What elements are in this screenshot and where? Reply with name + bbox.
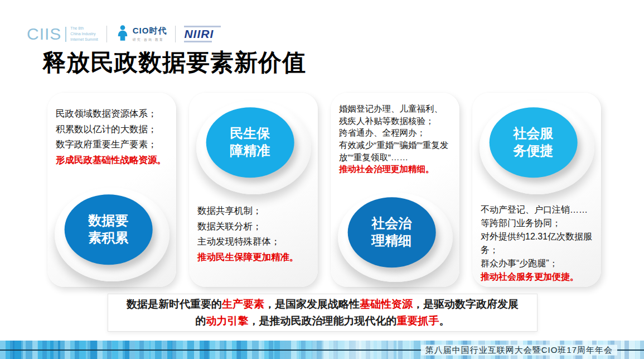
logo-separator — [106, 26, 107, 42]
bubble-label: 数据要 素积累 — [64, 194, 152, 265]
card-line-highlight: 形成民政基础性战略资源。 — [56, 152, 168, 168]
bubble-label: 社会治 理精细 — [347, 197, 435, 267]
card-line-highlight: 推动民生保障更加精准。 — [197, 250, 309, 265]
bubble-label: 社会服 务便捷 — [489, 107, 577, 178]
summary-text: 数据是新时代重要的生产要素，是国家发展战略性基础性资源，是驱动数字政府发展的动力… — [122, 296, 524, 330]
ciis-logo-tagline: The 8th China Industry Internet Summit — [70, 26, 98, 42]
bubble-area: 社会治 理精细 — [331, 190, 459, 285]
card-line: 不动产登记、户口注销……等跨部门业务协同； — [481, 203, 593, 230]
footer-conference-title: 第八届中国行业互联网大会暨CIO班17周年年会 — [421, 344, 617, 355]
ciis-logo: CIIS The 8th China Industry Internet Sum… — [27, 25, 98, 44]
niiri-logo-text: NIIRI — [184, 28, 214, 40]
card-line: 跨省通办、全程网办； — [339, 127, 451, 139]
bubble-label: 民生保 障精准 — [206, 107, 294, 178]
cio-era-logo: CIO时代 研究·咨询·教育 — [115, 25, 167, 44]
card-data-element-accumulation: 民政领域数据资源体系； 积累数以亿计的大数据； 数字政府重要生产要素； 形成民政… — [47, 93, 176, 287]
page-title: 释放民政数据要素新价值 — [42, 47, 306, 78]
ciis-logo-divider — [65, 27, 66, 42]
logo-separator — [175, 26, 176, 42]
card-text-block: 不动产登记、户口注销……等跨部门业务协同； 对外提供约12.31亿次数据服务； … — [472, 198, 601, 284]
card-livelihood-precision: 民生保 障精准 数据共享机制； 数据关联分析； 主动发现特殊群体； 推动民生保障… — [189, 93, 318, 287]
card-line-highlight: 推动社会治理更加精细。 — [339, 163, 451, 175]
bubble-area: 数据要 素积累 — [47, 184, 176, 285]
cio-era-logo-tagline: 研究·咨询·教育 — [133, 37, 167, 42]
header-logos: CIIS The 8th China Industry Internet Sum… — [27, 25, 221, 44]
card-line: 民政领域数据资源体系； — [56, 106, 168, 122]
card-text-block: 婚姻登记办理、儿童福利、残疾人补贴等数据核验； 跨省通办、全程网办； 有效减少“… — [331, 93, 459, 175]
card-social-governance: 婚姻登记办理、儿童福利、残疾人补贴等数据核验； 跨省通办、全程网办； 有效减少“… — [331, 93, 459, 287]
card-social-service: 社会服 务便捷 不动产登记、户口注销……等跨部门业务协同； 对外提供约12.31… — [472, 93, 601, 287]
niiri-logo-bottom-bar — [184, 41, 212, 42]
card-line: 数字政府重要生产要素； — [56, 137, 168, 152]
card-line: 对外提供约12.31亿次数据服务； — [481, 230, 593, 257]
ciis-logo-text: CIIS — [27, 25, 61, 44]
card-text-block: 民政领域数据资源体系； 积累数以亿计的大数据； 数字政府重要生产要素； 形成民政… — [47, 93, 176, 168]
card-line-highlight: 推动社会服务更加便捷。 — [481, 270, 593, 284]
footer-band: 第八届中国行业互联网大会暨CIO班17周年年会 — [0, 341, 644, 359]
cio-era-logo-text: CIO时代 — [133, 26, 167, 36]
presentation-slide: CIIS The 8th China Industry Internet Sum… — [0, 0, 644, 359]
card-line: 数据关联分析； — [197, 219, 309, 234]
card-line: 数据共享机制； — [197, 203, 309, 219]
card-line: 主动发现特殊群体； — [197, 234, 309, 250]
card-line: 有效减少“重婚”“骗婚”“重复发放”“重复领取”…… — [339, 139, 451, 163]
summary-banner: 数据是新时代重要的生产要素，是国家发展战略性基础性资源，是驱动数字政府发展的动力… — [108, 294, 538, 332]
card-text-block: 数据共享机制； 数据关联分析； 主动发现特殊群体； 推动民生保障更加精准。 — [189, 198, 318, 265]
card-line: 积累数以亿计的大数据； — [56, 122, 168, 137]
card-line: 群众办事“少跑腿”； — [481, 257, 593, 270]
bubble-area: 社会服 务便捷 — [472, 97, 601, 198]
cio-era-person-icon — [115, 25, 130, 44]
niiri-logo: NIIRI — [184, 26, 221, 42]
cards-row: 民政领域数据资源体系； 积累数以亿计的大数据； 数字政府重要生产要素； 形成民政… — [47, 93, 601, 287]
card-line: 婚姻登记办理、儿童福利、残疾人补贴等数据核验； — [339, 103, 451, 127]
bubble-area: 民生保 障精准 — [189, 97, 318, 198]
